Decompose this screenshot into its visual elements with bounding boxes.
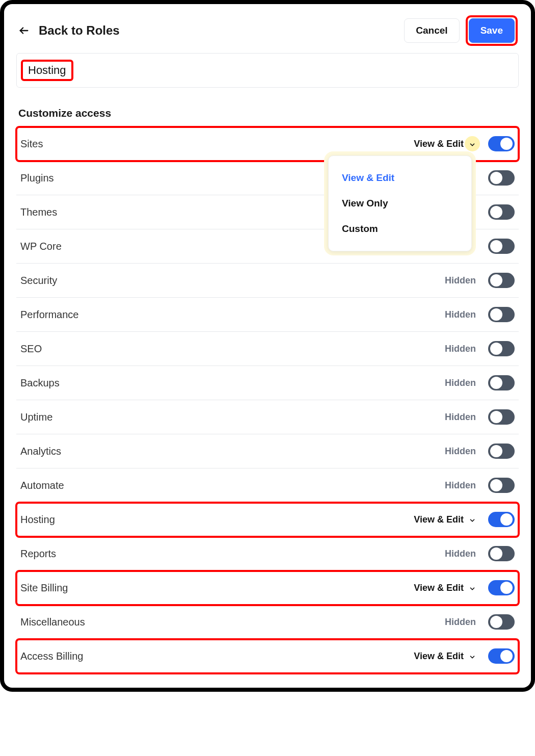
toggle-switch[interactable]: [488, 136, 515, 151]
access-row-controls: View & Edit: [414, 136, 515, 151]
cancel-button[interactable]: Cancel: [404, 18, 459, 43]
header: Back to Roles Cancel Save: [16, 16, 519, 53]
toggle-knob: [490, 479, 502, 491]
toggle-knob: [500, 513, 513, 526]
access-row-label: Site Billing: [20, 582, 68, 594]
dropdown-option[interactable]: Custom: [329, 216, 471, 242]
access-row-label: Themes: [20, 206, 57, 218]
access-row-controls: Hidden: [445, 307, 515, 322]
access-mode-label: View & Edit: [414, 651, 464, 662]
access-row-controls: View & Edit: [414, 512, 515, 527]
toggle-switch[interactable]: [488, 375, 515, 390]
toggle-switch[interactable]: [488, 239, 515, 254]
toggle-switch[interactable]: [488, 307, 515, 322]
access-mode-label: View & Edit: [414, 514, 464, 525]
back-label: Back to Roles: [39, 23, 120, 38]
access-row-label: SEO: [20, 343, 42, 355]
arrow-left-icon: [18, 25, 30, 36]
access-row-controls: Hidden: [445, 341, 515, 356]
access-row-label: Uptime: [20, 411, 52, 423]
access-mode-select[interactable]: View & Edit: [414, 583, 476, 593]
chevron-down-icon[interactable]: [465, 136, 480, 151]
chevron-down-icon[interactable]: [469, 516, 476, 523]
toggle-knob: [490, 343, 502, 355]
toggle-switch[interactable]: [488, 478, 515, 493]
access-row-label: Performance: [20, 309, 79, 321]
access-row-performance: Performance Hidden: [16, 298, 519, 332]
access-row-automate: Automate Hidden: [16, 468, 519, 503]
toggle-switch[interactable]: [488, 341, 515, 356]
access-row-controls: Hidden: [445, 409, 515, 425]
role-name-field-wrap: Hosting: [16, 53, 519, 88]
access-row-label: Backups: [20, 377, 60, 389]
toggle-switch[interactable]: [488, 204, 515, 220]
dropdown-option[interactable]: View Only: [329, 191, 471, 216]
access-mode-label: View & Edit: [414, 139, 464, 149]
toggle-switch[interactable]: [488, 546, 515, 561]
toggle-switch[interactable]: [488, 170, 515, 186]
access-mode-label: View & Edit: [414, 583, 464, 593]
toggle-switch[interactable]: [488, 580, 515, 595]
toggle-switch[interactable]: [488, 444, 515, 459]
access-row-controls: Hidden: [445, 375, 515, 390]
access-row-label: Plugins: [20, 172, 54, 184]
access-row-controls: View & Edit: [414, 580, 515, 595]
access-row-reports: Reports Hidden: [16, 537, 519, 571]
access-row-sites: Sites View & Edit View & EditView OnlyCu…: [16, 127, 519, 161]
toggle-knob: [490, 445, 502, 457]
access-mode-label: Hidden: [445, 275, 476, 286]
access-mode-label: Hidden: [445, 480, 476, 491]
toggle-switch[interactable]: [488, 273, 515, 288]
access-row-security: Security Hidden: [16, 264, 519, 298]
access-mode-select[interactable]: View & Edit: [414, 139, 476, 149]
access-mode-label: Hidden: [445, 446, 476, 457]
chevron-down-icon[interactable]: [469, 653, 476, 660]
access-row-analytics: Analytics Hidden: [16, 434, 519, 468]
access-row-backups: Backups Hidden: [16, 366, 519, 400]
toggle-switch[interactable]: [488, 614, 515, 630]
dropdown-option[interactable]: View & Edit: [329, 165, 471, 191]
access-row-label: WP Core: [20, 241, 62, 252]
access-row-controls: Hidden: [445, 273, 515, 288]
access-row-controls: Hidden: [445, 546, 515, 561]
section-title: Customize access: [18, 107, 519, 119]
access-row-controls: Hidden: [445, 614, 515, 630]
access-row-seo: SEO Hidden: [16, 332, 519, 366]
access-row-label: Analytics: [20, 446, 61, 457]
access-row-label: Sites: [20, 138, 43, 150]
toggle-switch[interactable]: [488, 648, 515, 664]
access-row-uptime: Uptime Hidden: [16, 400, 519, 434]
access-row-label: Access Billing: [20, 650, 83, 662]
access-dropdown: View & EditView OnlyCustom: [328, 155, 472, 251]
save-button[interactable]: Save: [469, 18, 515, 43]
access-row-label: Security: [20, 275, 57, 286]
access-mode-label: Hidden: [445, 617, 476, 628]
toggle-knob: [490, 240, 502, 252]
access-row-miscellaneous: Miscellaneous Hidden: [16, 605, 519, 639]
role-name-input[interactable]: Hosting: [16, 53, 519, 88]
access-row-label: Reports: [20, 548, 56, 560]
toggle-knob: [490, 548, 502, 560]
toggle-switch[interactable]: [488, 409, 515, 425]
toggle-knob: [490, 206, 502, 218]
access-mode-select[interactable]: View & Edit: [414, 651, 476, 662]
access-list: Sites View & Edit View & EditView OnlyCu…: [16, 126, 519, 673]
header-actions: Cancel Save: [404, 16, 517, 45]
toggle-knob: [490, 411, 502, 423]
toggle-knob: [490, 308, 502, 321]
access-mode-label: Hidden: [445, 549, 476, 559]
toggle-knob: [490, 616, 502, 628]
access-mode-label: Hidden: [445, 378, 476, 388]
access-row-controls: Hidden: [445, 444, 515, 459]
access-mode-label: Hidden: [445, 412, 476, 423]
back-to-roles-link[interactable]: Back to Roles: [18, 23, 120, 38]
access-row-hosting: Hosting View & Edit: [16, 503, 519, 537]
chevron-down-icon[interactable]: [469, 584, 476, 591]
toggle-knob: [490, 377, 502, 389]
access-row-label: Automate: [20, 480, 64, 491]
toggle-switch[interactable]: [488, 512, 515, 527]
access-mode-label: Hidden: [445, 344, 476, 354]
access-row-controls: Hidden: [445, 478, 515, 493]
access-row-label: Miscellaneous: [20, 616, 85, 628]
access-mode-select[interactable]: View & Edit: [414, 514, 476, 525]
